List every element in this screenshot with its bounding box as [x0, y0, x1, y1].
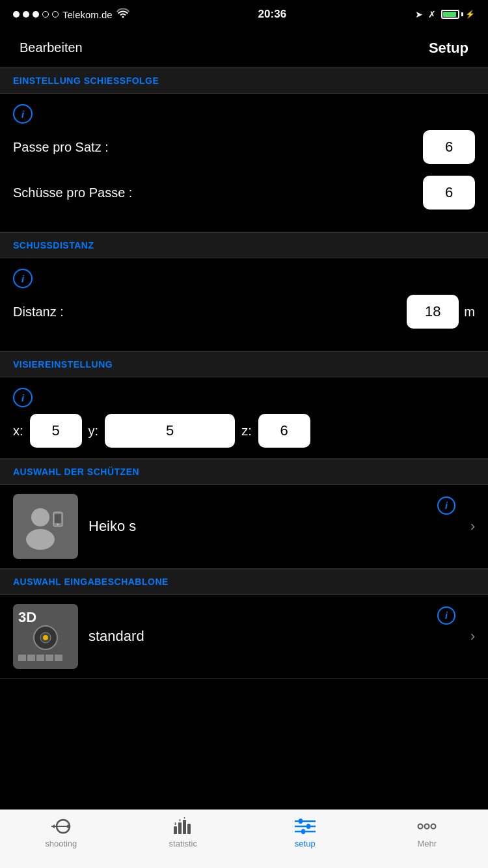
distance-value[interactable]: 18 — [407, 295, 459, 329]
svg-rect-12 — [27, 655, 35, 661]
mehr-tab-label: Mehr — [417, 839, 437, 848]
svg-point-10 — [43, 635, 48, 640]
location-icon: ➤ — [415, 9, 423, 20]
svg-marker-19 — [51, 824, 55, 828]
status-time: 20:36 — [258, 8, 286, 21]
carrier-name: Telekom.de — [62, 9, 113, 20]
distance-right: 18 m — [407, 295, 475, 329]
svg-rect-21 — [178, 822, 182, 834]
shooter-thumbnail — [13, 494, 78, 559]
svg-point-18 — [66, 825, 70, 828]
distance-row: Distanz : 18 m — [13, 295, 475, 329]
shooting-sequence-content: i Passe pro Satz : 6 Schüsse pro Passe :… — [0, 94, 488, 232]
bluetooth-icon: ✗ — [428, 9, 436, 20]
dot-2 — [23, 11, 29, 18]
svg-point-34 — [425, 824, 429, 829]
shooter-row[interactable]: Heiko s i › — [0, 485, 488, 569]
shooting-tab-icon — [49, 817, 73, 836]
battery: ⚡ — [441, 10, 475, 19]
dot-3 — [33, 11, 39, 18]
template-row[interactable]: 3D standard i › — [0, 595, 488, 679]
template-chevron: › — [470, 628, 475, 645]
shooter-name: Heiko s — [88, 518, 460, 535]
tab-shooting[interactable]: shooting — [0, 817, 122, 848]
tab-statistic[interactable]: statistic — [122, 817, 245, 848]
distance-header: SCHUSSDISTANZ — [0, 232, 488, 258]
shooting-sequence-header: EINSTELLUNG SCHIESSFOLGE — [0, 68, 488, 94]
shooter-header: AUSWAHL DER SCHÜTZEN — [0, 459, 488, 485]
template-info: standard — [78, 628, 470, 645]
back-button[interactable]: Bearbeiten — [20, 40, 83, 55]
svg-point-5 — [57, 524, 59, 526]
svg-point-2 — [26, 529, 55, 550]
y-value[interactable]: 5 — [105, 414, 235, 448]
wifi-icon — [116, 8, 129, 21]
template-header: AUSWAHL EINGABESCHABLONE — [0, 569, 488, 595]
tab-bar: shooting statistic — [0, 809, 488, 868]
svg-rect-23 — [187, 824, 191, 834]
shots-per-pass-row: Schüsse pro Passe : 6 — [13, 176, 475, 210]
template-thumbnail: 3D — [13, 604, 78, 669]
battery-body — [441, 10, 459, 19]
shooter-info: Heiko s — [78, 518, 470, 535]
setup-tab-label: setup — [295, 839, 316, 848]
dot-4 — [42, 11, 49, 18]
battery-tip — [461, 12, 463, 16]
svg-text:3D: 3D — [18, 609, 36, 625]
charging-icon: ⚡ — [465, 10, 475, 19]
shooter-chevron: › — [470, 518, 475, 535]
y-label: y: — [88, 424, 99, 439]
svg-point-33 — [418, 824, 423, 829]
svg-point-35 — [431, 824, 436, 829]
status-left: Telekom.de — [13, 8, 129, 21]
statistic-tab-label: statistic — [169, 839, 197, 848]
svg-rect-14 — [46, 655, 53, 661]
template-info-badge[interactable]: i — [437, 606, 455, 625]
passes-per-set-row: Passe pro Satz : 6 — [13, 130, 475, 164]
nav-title: Setup — [429, 40, 468, 57]
sight-values-row: x: 5 y: 5 z: 6 — [13, 414, 475, 448]
z-value[interactable]: 6 — [258, 414, 310, 448]
sight-header: VISIEREINSTELLUNG — [0, 351, 488, 377]
template-name: standard — [88, 628, 460, 645]
signal-dots — [13, 11, 59, 18]
distance-unit: m — [464, 305, 475, 319]
setup-tab-icon — [293, 817, 317, 836]
status-right: ➤ ✗ ⚡ — [415, 9, 475, 20]
x-value[interactable]: 5 — [30, 414, 82, 448]
sight-content: i x: 5 y: 5 z: 6 — [0, 377, 488, 459]
svg-rect-20 — [174, 826, 177, 834]
dot-5 — [52, 11, 59, 18]
svg-rect-15 — [55, 655, 62, 661]
svg-rect-30 — [306, 824, 310, 829]
z-label: z: — [241, 424, 252, 439]
mehr-tab-icon — [415, 817, 439, 836]
passes-per-set-label: Passe pro Satz : — [13, 140, 109, 155]
svg-rect-28 — [299, 819, 303, 824]
shooting-tab-label: shooting — [45, 839, 77, 848]
svg-rect-4 — [55, 514, 61, 523]
svg-rect-32 — [301, 829, 305, 834]
sight-info-icon[interactable]: i — [13, 388, 33, 407]
main-content: EINSTELLUNG SCHIESSFOLGE i Passe pro Sat… — [0, 68, 488, 737]
shooter-info-badge[interactable]: i — [437, 496, 455, 515]
shots-per-pass-value[interactable]: 6 — [423, 176, 475, 210]
shots-per-pass-label: Schüsse pro Passe : — [13, 185, 132, 200]
distance-info-row: i — [13, 269, 475, 288]
battery-fill — [443, 12, 456, 17]
svg-rect-11 — [18, 655, 26, 661]
svg-rect-13 — [36, 655, 44, 661]
svg-rect-22 — [183, 820, 186, 834]
shooting-sequence-info-icon[interactable]: i — [13, 104, 33, 124]
x-label: x: — [13, 424, 23, 439]
dot-1 — [13, 11, 20, 18]
status-bar: Telekom.de 20:36 ➤ ✗ ⚡ — [0, 0, 488, 29]
distance-content: i Distanz : 18 m — [0, 258, 488, 351]
shooting-sequence-info-row: i — [13, 104, 475, 124]
distance-info-icon[interactable]: i — [13, 269, 33, 288]
sight-info-row: i — [13, 388, 475, 407]
passes-per-set-value[interactable]: 6 — [423, 130, 475, 164]
tab-setup[interactable]: setup — [244, 817, 366, 848]
statistic-tab-icon — [171, 817, 195, 836]
tab-mehr[interactable]: Mehr — [366, 817, 489, 848]
